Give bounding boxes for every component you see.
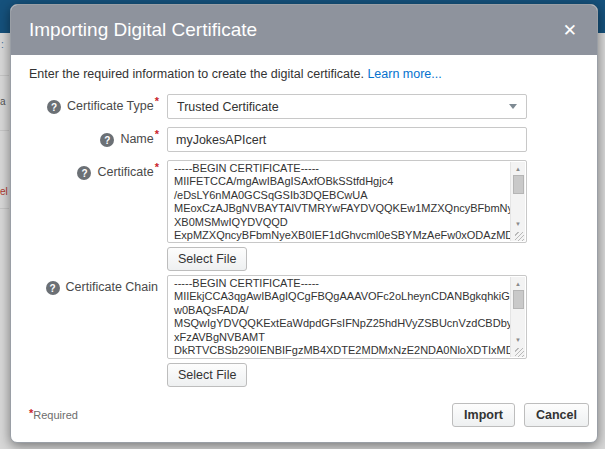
field-row-name: ? Name * [19, 127, 579, 152]
scrollbar-thumb[interactable] [513, 175, 524, 194]
field-row-certificate: ? Certificate * -----BEGIN CERTIFICATE--… [19, 160, 579, 271]
certificate-text: -----BEGIN CERTIFICATE----- MIIFETCCA/mg… [168, 162, 510, 241]
label-text: Certificate Chain [66, 280, 158, 294]
certificate-select-file-button[interactable]: Select File [167, 247, 247, 271]
certificate-type-select[interactable]: Trusted Certificate [167, 94, 527, 119]
dialog-header: Importing Digital Certificate ✕ [11, 5, 597, 55]
certificate-label: ? Certificate * [19, 160, 159, 271]
certificate-chain-textarea[interactable]: -----BEGIN CERTIFICATE----- MIIEkjCCA3qg… [167, 275, 527, 359]
help-glyph: ? [50, 283, 56, 294]
help-icon[interactable]: ? [47, 100, 61, 114]
field-row-certificate-chain: ? Certificate Chain -----BEGIN CERTIFICA… [19, 275, 579, 387]
resize-grip-icon[interactable] [515, 348, 524, 357]
certificate-type-label: ? Certificate Type * [19, 94, 159, 119]
chevron-down-icon [509, 104, 517, 109]
help-glyph: ? [104, 135, 110, 146]
background-text-fragment: el [0, 187, 8, 197]
scroll-up-icon[interactable]: ▲ [515, 164, 521, 174]
help-glyph: ? [51, 102, 57, 113]
label-text: Name [120, 132, 153, 146]
intro-sentence: Enter the required information to create… [29, 67, 364, 81]
resize-grip-icon[interactable] [515, 232, 524, 241]
certificate-chain-select-file-button[interactable]: Select File [167, 363, 247, 387]
required-asterisk: * [155, 128, 159, 140]
import-certificate-dialog: Importing Digital Certificate ✕ Enter th… [10, 4, 598, 443]
scrollbar-thumb[interactable] [513, 290, 524, 309]
help-icon[interactable]: ? [46, 281, 60, 295]
import-button[interactable]: Import [452, 403, 515, 427]
required-note: *Required [29, 409, 78, 421]
name-input[interactable] [167, 127, 527, 152]
scrollbar[interactable]: ▲ ▼ [510, 277, 525, 357]
background-text-fragment: a [0, 97, 6, 107]
background-divider [0, 130, 9, 131]
required-asterisk: * [155, 161, 159, 173]
certificate-chain-label: ? Certificate Chain [19, 275, 159, 387]
close-icon[interactable]: ✕ [559, 18, 581, 43]
certificate-textarea[interactable]: -----BEGIN CERTIFICATE----- MIIFETCCA/mg… [167, 160, 527, 243]
scrollbar[interactable]: ▲ ▼ [510, 162, 525, 241]
scroll-down-icon[interactable]: ▼ [515, 219, 521, 229]
label-text: Certificate [97, 165, 153, 179]
scroll-down-icon[interactable]: ▼ [515, 335, 521, 345]
help-icon[interactable]: ? [77, 166, 91, 180]
learn-more-link[interactable]: Learn more... [367, 67, 441, 81]
cancel-button[interactable]: Cancel [524, 403, 589, 427]
background-text-fragment: : [1, 40, 4, 50]
required-asterisk: * [29, 407, 33, 419]
selected-value: Trusted Certificate [177, 100, 509, 114]
scroll-up-icon[interactable]: ▲ [515, 279, 521, 289]
required-note-text: Required [33, 409, 78, 421]
dialog-body: Enter the required information to create… [11, 55, 597, 400]
help-icon[interactable]: ? [100, 133, 114, 147]
background-divider [0, 75, 9, 76]
certificate-chain-text: -----BEGIN CERTIFICATE----- MIIEkjCCA3qg… [168, 277, 510, 357]
required-asterisk: * [155, 95, 159, 107]
label-text: Certificate Type [67, 99, 154, 113]
help-glyph: ? [81, 168, 87, 179]
dialog-footer: *Required Import Cancel [11, 400, 597, 442]
name-label: ? Name * [19, 127, 159, 152]
field-row-certificate-type: ? Certificate Type * Trusted Certificate [19, 94, 579, 119]
background-divider [0, 208, 9, 209]
dialog-title: Importing Digital Certificate [29, 19, 559, 41]
intro-text: Enter the required information to create… [29, 67, 579, 81]
